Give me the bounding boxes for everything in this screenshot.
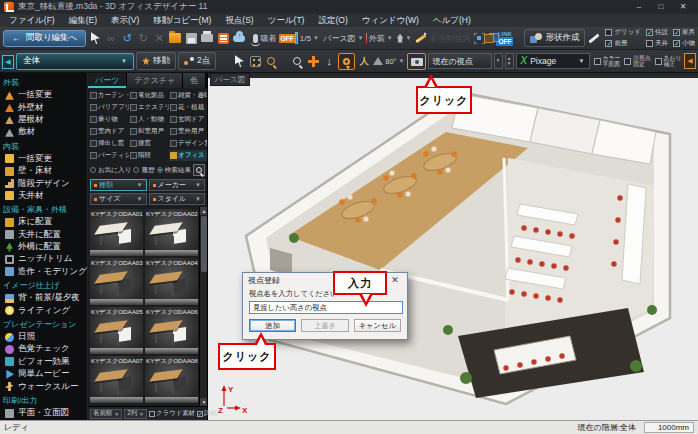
zoom-in-button[interactable] [264,52,278,70]
back-to-floorplan-button[interactable]: ← 間取り編集へ [3,30,86,47]
sidebar-item-plan-elevation[interactable]: 平面・立面図 [0,407,87,419]
cancel-button[interactable]: キャンセル [354,319,401,332]
shape-create-button[interactable]: 形状作成 [524,29,585,47]
minimize-button[interactable]: – [628,1,650,13]
menu-edit[interactable]: 編集(E) [62,15,104,27]
part-item[interactable]: KYデスクODAA05 [90,307,143,354]
category-appliances[interactable]: 電化製品 [129,90,169,101]
viewpoint-dropdown-arrow[interactable]: ▼ [494,53,503,69]
fov-dropdown[interactable]: 80° ▼ [373,57,404,66]
maker-dropdown[interactable]: メーカー▼ [149,179,206,191]
category-interior-door[interactable]: 室内ドア [89,126,129,137]
print-button[interactable] [200,29,214,47]
move-viewpoint-button[interactable]: 移動 [136,52,176,70]
scroll-down-icon[interactable]: ▼ [200,398,207,406]
register-viewpoint-camera-button[interactable] [407,53,426,70]
toggle-furniture[interactable]: ✓家具 [673,28,695,37]
sidebar-item-ceiling-material[interactable]: 天井材 [0,190,87,202]
style-dropdown[interactable]: スタイル▼ [149,193,206,205]
category-stairs[interactable]: 階段 [129,150,169,161]
menu-view[interactable]: 表示(V) [104,15,146,27]
stage-mode-dropdown[interactable]: 外装 ▼ [365,29,394,47]
sidebar-item-wall-material[interactable]: 外壁材 [0,101,87,113]
sidebar-item-color-check[interactable]: 色覚チェック [0,343,87,355]
category-flowers[interactable]: 花・植栽 [169,102,207,113]
category-design-window[interactable]: デザイン窓 [169,138,207,149]
zoom-out-button[interactable] [290,52,304,70]
menu-tools[interactable]: ツール(T) [261,15,312,27]
radio-history[interactable] [133,167,139,173]
sidebar-item-place-floor[interactable]: 床に配置 [0,216,87,228]
office-3d-render[interactable] [208,78,698,407]
toggle-detail[interactable]: ✓詳細 [197,409,217,418]
toggle-lock-target[interactable]: 注視点固定 [624,55,650,68]
type-dropdown[interactable]: 種類▼ [90,179,147,191]
menu-viewpoint[interactable]: 視点(S) [218,15,260,27]
view-mode-dropdown[interactable]: パース図 ▼ [322,29,363,47]
magic-wand-button[interactable] [414,29,428,47]
category-barrier-free[interactable]: バリアフリー [89,102,129,113]
two-point-button[interactable]: 2点 [178,52,216,70]
monitor-link-toggle[interactable]: LINK OFF [488,29,514,47]
snap-toggle[interactable]: 吸着 OFF [264,29,292,47]
toggle-color-floorplan[interactable]: カラー平面図 [594,55,621,68]
search-button[interactable] [193,164,205,176]
sidebar-item-modeling[interactable]: 造作・モデリング [0,266,87,278]
menu-settings[interactable]: 設定(O) [311,15,354,27]
category-partition[interactable]: パーティション [89,150,129,161]
sidebar-item-place-ceiling[interactable]: 天井に配置 [0,229,87,241]
save-button[interactable] [184,29,198,47]
tab-color[interactable]: 色 [183,73,206,88]
link-tool-button[interactable]: ∞ [104,29,118,47]
category-exterior-door[interactable]: 室外用戸 [169,126,207,137]
toggle-tilt-correction[interactable]: あおり補正 [655,55,682,68]
sidebar-item-easy-movie[interactable]: 簡単ムービー [0,368,87,380]
category-exterior[interactable]: エクステリア [129,102,169,113]
pan-move-button[interactable] [306,52,320,70]
category-office-selected[interactable]: オフィス [169,150,207,161]
roof-display-dropdown[interactable]: ▼ [396,29,413,47]
parts-scrollbar[interactable]: ▲ ▼ [199,207,207,406]
add-button[interactable]: 追加 [249,319,296,332]
pointer-button[interactable] [232,52,246,70]
lower-viewpoint-button[interactable]: ↓ [322,52,336,70]
category-curtain-rug[interactable]: カーテン・ラグ [89,90,129,101]
size-dropdown[interactable]: サイズ▼ [90,193,147,205]
cloud-upload-button[interactable] [232,29,246,47]
viewport-tab[interactable]: パース図 [210,73,250,86]
part-item[interactable]: KYデスクODAA03 [90,258,143,305]
toggle-fixtures[interactable]: ✓住設 [646,28,668,37]
category-japanese-door[interactable]: 和室用戸 [129,126,169,137]
menu-window[interactable]: ウィンドウ(W) [355,15,426,27]
sidebar-item-batch-change-int[interactable]: 一括変更 [0,153,87,165]
radio-search-results[interactable] [157,167,163,173]
menu-move-copy[interactable]: 移動/コピー(M) [146,15,218,27]
menu-file[interactable]: ファイル(F) [2,15,62,27]
overwrite-button[interactable]: 上書き [301,319,348,332]
category-waist-window[interactable]: 腰窓 [129,138,169,149]
category-vehicles[interactable]: 乗り物 [89,114,129,125]
toggle-small-items[interactable]: ✓小物 [673,39,695,48]
scrollbar-thumb[interactable] [201,216,207,272]
presentation-export-button[interactable] [216,29,230,47]
right-panel-collapse-button[interactable]: ◀ [684,53,696,69]
dialog-close-icon[interactable]: ✕ [388,275,402,285]
sidebar-item-lighting[interactable]: ライティング [0,304,87,316]
toggle-foreground[interactable]: ✓前景 [605,39,641,48]
layer-select-dropdown[interactable]: 全体 ▼ [16,53,134,70]
category-sliding-window[interactable]: 掃出し窓 [89,138,129,149]
pan-button[interactable] [248,52,262,70]
sort-dropdown[interactable]: 名前順▼ [90,409,122,419]
sidebar-item-before-effect[interactable]: ビフォー効果 [0,356,87,368]
radio-favorites[interactable] [90,167,96,173]
pen-tool-button[interactable] [587,29,601,47]
grid-scale-dropdown[interactable]: 1/5 ▼ [294,29,320,47]
sidebar-item-roof-material[interactable]: 屋根材 [0,114,87,126]
sidebar-collapse-button[interactable]: ◀ [2,55,14,69]
viewpoint-pin-button-selected[interactable] [338,53,355,70]
sidebar-item-stair-design[interactable]: 階段デザイン [0,177,87,189]
part-item[interactable]: KYデスクODAA02 [145,209,198,256]
part-item[interactable]: KYデスクODAA04 [145,258,198,305]
close-button[interactable]: ✕ [672,1,694,13]
sidebar-item-background[interactable]: 背・前景/昼夕夜 [0,292,87,304]
